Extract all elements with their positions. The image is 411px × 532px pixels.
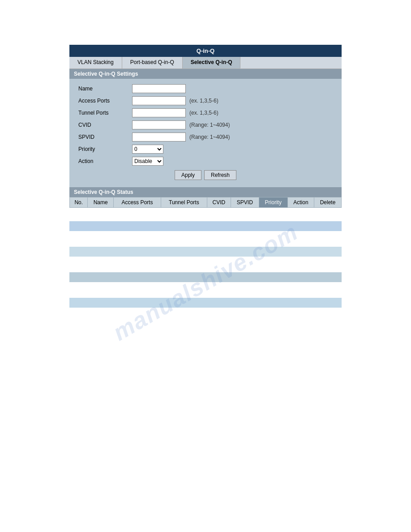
col-delete: Delete [314, 197, 342, 208]
status-table: No. Name Access Ports Tunnel Ports CVID … [69, 197, 342, 208]
col-access-ports: Access Ports [113, 197, 161, 208]
col-cvid: CVID [207, 197, 231, 208]
watermark: manualshive.com [108, 218, 303, 346]
col-priority: Priority [259, 197, 287, 208]
name-row: Name [78, 84, 333, 93]
priority-row: Priority 0 1 2 3 4 5 6 7 [78, 145, 333, 154]
cvid-row: CVID (Range: 1~4094) [78, 120, 333, 129]
tunnel-ports-row: Tunnel Ports (ex. 1,3,5-6) [78, 108, 333, 117]
priority-label: Priority [78, 146, 132, 152]
spvid-row: SPVID (Range: 1~4094) [78, 133, 333, 142]
tunnel-ports-label: Tunnel Ports [78, 110, 132, 116]
decorative-band-4 [69, 298, 342, 308]
tab-vlan-stacking[interactable]: VLAN Stacking [69, 57, 122, 69]
page-title: Q-in-Q [69, 45, 342, 57]
action-row: Action Disable Enable [78, 157, 333, 166]
access-ports-input[interactable] [132, 96, 186, 105]
main-panel: Q-in-Q VLAN Stacking Port-based Q-in-Q S… [69, 45, 342, 208]
spvid-label: SPVID [78, 134, 132, 140]
tab-port-based-qinq[interactable]: Port-based Q-in-Q [122, 57, 183, 69]
settings-form: Name Access Ports (ex. 1,3,5-6) Tunnel P… [69, 79, 342, 187]
name-label: Name [78, 86, 132, 92]
action-select[interactable]: Disable Enable [132, 157, 163, 166]
spvid-input[interactable] [132, 133, 186, 142]
access-ports-row: Access Ports (ex. 1,3,5-6) [78, 96, 333, 105]
access-ports-label: Access Ports [78, 98, 132, 104]
tab-row: VLAN Stacking Port-based Q-in-Q Selectiv… [69, 57, 342, 69]
status-table-wrapper: No. Name Access Ports Tunnel Ports CVID … [69, 197, 342, 208]
access-ports-hint: (ex. 1,3,5-6) [189, 98, 218, 104]
status-section-header: Selective Q-in-Q Status [69, 187, 342, 197]
refresh-button[interactable]: Refresh [204, 170, 236, 180]
tunnel-ports-input[interactable] [132, 108, 186, 117]
cvid-label: CVID [78, 122, 132, 128]
cvid-input[interactable] [132, 120, 186, 129]
cvid-hint: (Range: 1~4094) [189, 122, 230, 128]
tab-selective-qinq[interactable]: Selective Q-in-Q [183, 57, 241, 69]
col-name: Name [88, 197, 113, 208]
decorative-band-1 [69, 221, 342, 231]
col-action: Action [287, 197, 314, 208]
spvid-hint: (Range: 1~4094) [189, 134, 230, 140]
priority-select[interactable]: 0 1 2 3 4 5 6 7 [132, 145, 163, 154]
settings-section-header: Selective Q-in-Q Settings [69, 69, 342, 79]
action-label: Action [78, 158, 132, 164]
col-no: No. [70, 197, 88, 208]
apply-button[interactable]: Apply [175, 170, 201, 180]
tunnel-ports-hint: (ex. 1,3,5-6) [189, 110, 218, 116]
form-buttons: Apply Refresh [78, 170, 333, 180]
decorative-band-2 [69, 247, 342, 257]
decorative-band-3 [69, 272, 342, 282]
col-tunnel-ports: Tunnel Ports [161, 197, 207, 208]
name-input[interactable] [132, 84, 186, 93]
col-spvid: SPVID [231, 197, 259, 208]
